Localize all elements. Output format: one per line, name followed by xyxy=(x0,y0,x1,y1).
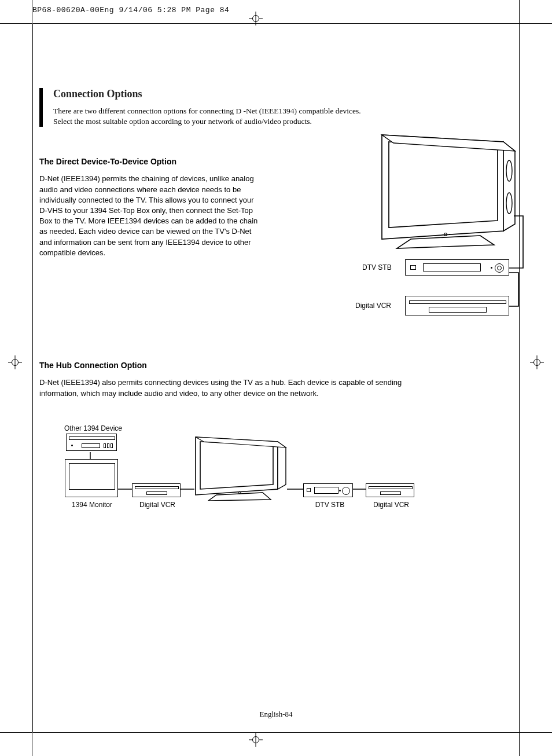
label-digital-vcr: Digital VCR xyxy=(355,302,391,310)
dtv-stb-icon xyxy=(405,259,509,276)
tv-stb-vcr-icon xyxy=(359,129,532,320)
dtv-stb-right-icon xyxy=(303,483,353,497)
registration-mark-icon xyxy=(249,733,263,747)
svg-marker-2 xyxy=(503,142,515,231)
tv-center-icon xyxy=(193,435,289,501)
other-1394-device-icon xyxy=(66,434,117,451)
page-footer: English-84 xyxy=(0,710,552,719)
crop-line xyxy=(0,732,32,733)
label-monitor: 1394 Monitor xyxy=(66,501,118,509)
digital-vcr-right-icon xyxy=(366,483,414,497)
monitor-icon xyxy=(65,459,118,497)
crop-line xyxy=(32,733,32,756)
section-intro-line: There are two different connection optio… xyxy=(53,106,533,116)
diagram-hub: Other 1394 Device 1394 Monitor Digital V… xyxy=(56,425,432,518)
option-1-heading: The Direct Device-To-Device Option xyxy=(39,157,259,166)
registration-mark-icon xyxy=(249,12,263,25)
option-2-heading: The Hub Connection Option xyxy=(39,361,533,370)
crop-line xyxy=(519,733,520,756)
svg-marker-15 xyxy=(200,442,273,489)
crop-line xyxy=(0,23,32,24)
crop-line xyxy=(520,732,552,733)
svg-point-8 xyxy=(449,234,450,235)
option-2-block: The Hub Connection Option D-Net (IEEE139… xyxy=(39,361,533,518)
option-2-body: D-Net (IEEE1394) also permits connecting… xyxy=(39,377,410,398)
crop-line xyxy=(519,0,520,23)
section-title: Connection Options xyxy=(53,88,533,100)
option-1-body: D-Net (IEEE1394) permits the chaining of… xyxy=(39,174,259,258)
section-header: Connection Options There are two differe… xyxy=(39,88,533,127)
label-dtv-stb-right: DTV STB xyxy=(307,501,353,509)
page-content: Connection Options There are two differe… xyxy=(39,88,533,518)
digital-vcr-left-icon xyxy=(132,483,181,497)
label-digital-vcr-left: Digital VCR xyxy=(134,501,181,509)
section-bar-icon xyxy=(39,88,43,127)
section-intro-line: Select the most suitable option accordin… xyxy=(53,116,533,127)
diagram-direct-chain: DTV STB Digital VCR xyxy=(359,129,532,320)
option-1-block: The Direct Device-To-Device Option D-Net… xyxy=(39,127,533,320)
crop-line xyxy=(520,23,552,24)
digital-vcr-icon xyxy=(405,296,509,315)
label-dtv-stb: DTV STB xyxy=(362,263,392,271)
label-digital-vcr-right: Digital VCR xyxy=(368,501,414,509)
registration-mark-icon xyxy=(8,355,22,369)
print-header: BP68-00620A-00Eng 9/14/06 5:28 PM Page 8… xyxy=(32,6,229,14)
label-other-1394: Other 1394 Device xyxy=(61,424,125,432)
svg-marker-16 xyxy=(278,442,286,489)
svg-marker-1 xyxy=(389,142,498,227)
crop-line xyxy=(32,0,32,23)
